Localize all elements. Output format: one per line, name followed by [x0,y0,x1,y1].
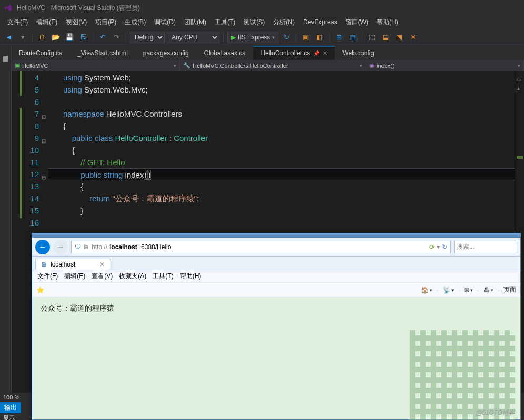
menu-item[interactable]: 视图(V) [62,16,91,28]
dx-icon-3[interactable]: ⊞ [333,32,345,43]
code-line[interactable] [48,96,515,108]
menu-item[interactable]: 帮助(H) [372,16,402,28]
page-button[interactable]: 页面 [503,285,516,294]
browser-menu-item[interactable]: 工具(T) [153,272,173,281]
qr-code-watermark [410,330,515,420]
editor-tabs: RouteConfig.cs_ViewStart.cshtmlpackages.… [12,46,524,60]
back-icon[interactable]: ◄ [3,32,15,43]
editor-tab[interactable]: HelloController.cs📌✕ [253,46,335,60]
save-icon[interactable]: 💾 [64,32,75,43]
code-nav-bar: ▣ HelloMVC ▾ 🔧 HelloMVC.Controllers.Hell… [12,60,524,71]
menu-item[interactable]: 测试(S) [239,16,269,28]
home-button[interactable]: 🏠▾ [421,286,432,294]
dx-icon-2[interactable]: ◧ [314,32,325,43]
editor-tab[interactable]: packages.config [136,46,197,60]
code-line[interactable]: { [48,144,515,156]
watermark-text: @51CTO博客 [476,408,515,417]
server-explorer-tab[interactable]: 服务器资源管理器 [1,48,11,55]
code-line[interactable]: public class HelloController : Controlle… [48,132,515,144]
page-text: 公众号：霸道的程序猿 [41,304,512,313]
window-title: HelloMVC - Microsoft Visual Studio (管理员) [17,4,140,13]
pin-icon[interactable]: 📌 [313,50,319,56]
run-button[interactable]: ▶ IIS Express ▾ [227,32,278,43]
open-icon[interactable]: 📂 [50,32,62,43]
redo-icon[interactable]: ↷ [110,32,122,43]
class-icon: 🔧 [183,62,190,69]
shield-icon[interactable]: 🛡 [75,243,81,251]
browser-tab[interactable]: 🗎 localhost ✕ [35,259,110,270]
browser-back-button[interactable]: ← [35,240,50,254]
new-project-icon[interactable]: 🗋 [36,32,48,43]
browser-search-field[interactable]: 搜索... [454,241,517,253]
browser-menu-item[interactable]: 文件(F) [37,272,58,281]
feeds-button[interactable]: 📡▾ [442,286,454,294]
browser-toolbar: ⭐ 🏠▾ · 📡▾ · ✉▾ · 🖶▾ · 页面 [32,283,520,298]
dropdown-icon[interactable]: ▾ [437,243,440,251]
dx-icon-1[interactable]: ▣ [300,32,311,43]
forward-icon[interactable]: ▾ [17,32,28,43]
dx-icon-5[interactable]: ⬚ [366,32,378,43]
editor-tab[interactable]: Web.config [335,46,382,60]
menu-item[interactable]: 调试(D) [150,16,180,28]
nav-class-dropdown[interactable]: 🔧 HelloMVC.Controllers.HelloController ▾ [180,60,366,71]
main-toolbar: ◄ ▾ 🗋 📂 💾 🖫 ↶ ↷ Debug Any CPU ▶ IIS Expr… [0,28,524,46]
browser-caption[interactable] [32,233,520,238]
code-line[interactable] [48,217,515,229]
code-line[interactable]: // GET: Hello [48,156,515,168]
menu-item[interactable]: 团队(M) [180,16,210,28]
tab-close-icon[interactable]: ✕ [99,261,105,268]
menu-item[interactable]: 工具(T) [210,16,239,28]
config-dropdown[interactable]: Debug [130,32,165,43]
print-button[interactable]: 🖶▾ [483,286,493,294]
code-line[interactable]: { [48,180,515,192]
browser-link-icon[interactable]: ↻ [280,32,292,43]
editor-tab[interactable]: _ViewStart.cshtml [70,46,136,60]
browser-window: ← → 🛡 🗎 http://localhost:6388/Hello ⟳ ▾ … [32,233,521,420]
scroll-up-icon[interactable]: ▴ [517,82,520,94]
menu-item[interactable]: DevExpress [299,17,341,27]
code-line[interactable]: public string index() [48,168,515,180]
platform-dropdown[interactable]: Any CPU [167,32,219,43]
address-bar[interactable]: 🛡 🗎 http://localhost:6388/Hello ⟳ ▾ ↻ [71,241,451,253]
dx-icon-8[interactable]: ✕ [407,32,419,43]
nav-project-dropdown[interactable]: ▣ HelloMVC ▾ [12,60,180,71]
vs-logo-icon [4,4,13,12]
favorites-icon[interactable]: ⭐ [36,286,44,294]
code-line[interactable]: using System.Web.Mvc; [48,84,515,96]
fold-icon[interactable]: ⊟ [41,171,46,183]
menu-item[interactable]: 编辑(E) [32,16,62,28]
browser-menu-bar: 文件(F)编辑(E)查看(V)收藏夹(A)工具(T)帮助(H) [32,270,520,283]
code-line[interactable]: using System.Web; [48,71,515,84]
code-line[interactable]: { [48,120,515,132]
menu-item[interactable]: 文件(F) [3,16,32,28]
browser-menu-item[interactable]: 收藏夹(A) [119,272,146,281]
menu-item[interactable]: 窗口(W) [341,16,372,28]
browser-content: 公众号：霸道的程序猿 @51CTO博客 [32,298,520,419]
output-tab[interactable]: 输出 [0,402,21,413]
browser-menu-item[interactable]: 查看(V) [92,272,113,281]
refresh-icon[interactable]: ↻ [442,243,447,251]
editor-tab[interactable]: Global.asax.cs [197,46,254,60]
dx-icon-7[interactable]: ⬔ [394,32,405,43]
menu-item[interactable]: 项目(P) [91,16,120,28]
fold-icon[interactable]: ⊟ [41,135,46,147]
mail-button[interactable]: ✉▾ [464,286,473,294]
browser-forward-button[interactable]: → [53,240,68,254]
save-all-icon[interactable]: 🖫 [77,32,89,43]
nav-method-dropdown[interactable]: ◉ index() ▾ [366,60,524,71]
close-icon[interactable]: ✕ [323,50,327,57]
code-line[interactable]: namespace HelloMVC.Controllers [48,108,515,120]
menu-item[interactable]: 分析(N) [269,16,299,28]
fold-icon[interactable]: ⊟ [41,111,46,123]
dx-icon-4[interactable]: ▤ [347,32,358,43]
dx-icon-6[interactable]: ⬓ [380,32,391,43]
browser-menu-item[interactable]: 帮助(H) [180,272,201,281]
compat-icon[interactable]: ⟳ [429,243,435,251]
code-line[interactable]: } [48,204,515,217]
code-line[interactable]: return "公众号：霸道的程序猿"; [48,192,515,204]
undo-icon[interactable]: ↶ [97,32,108,43]
editor-tab[interactable]: RouteConfig.cs [12,46,70,60]
menu-item[interactable]: 生成(B) [120,16,150,28]
browser-address-row: ← → 🛡 🗎 http://localhost:6388/Hello ⟳ ▾ … [32,238,520,257]
browser-menu-item[interactable]: 编辑(E) [64,272,85,281]
